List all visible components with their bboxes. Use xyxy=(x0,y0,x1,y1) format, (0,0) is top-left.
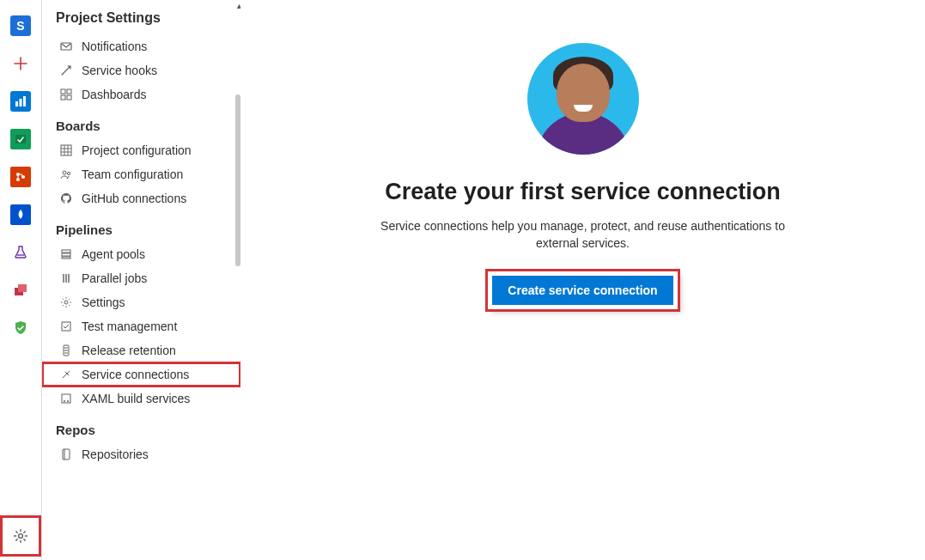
nav-label: XAML build services xyxy=(82,392,190,405)
nav-label: Service connections xyxy=(82,368,189,381)
nav-github-connections[interactable]: GitHub connections xyxy=(42,186,240,210)
dashboard-icon xyxy=(59,88,73,101)
svg-rect-11 xyxy=(61,89,65,94)
create-button-highlight: Create service connection xyxy=(488,271,677,309)
avatar-illustration xyxy=(527,43,639,155)
xaml-icon xyxy=(59,392,73,405)
github-icon xyxy=(59,192,73,205)
rail-boards[interactable] xyxy=(7,125,34,153)
nav-label: Team configuration xyxy=(82,167,183,181)
nav-label: Service hooks xyxy=(82,64,157,77)
section-header-repos: Repos xyxy=(42,411,240,442)
nav-service-connections[interactable]: Service connections xyxy=(42,362,240,387)
sidebar-title: Project Settings xyxy=(42,7,240,34)
svg-rect-15 xyxy=(61,145,71,155)
svg-point-9 xyxy=(19,534,23,539)
pool-icon xyxy=(59,247,73,261)
svg-rect-8 xyxy=(18,284,27,292)
rail-compliance[interactable] xyxy=(7,314,34,342)
nav-label: Dashboards xyxy=(82,88,147,101)
nav-xaml-build-services[interactable]: XAML build services xyxy=(42,387,240,411)
svg-rect-18 xyxy=(62,250,70,253)
svg-point-4 xyxy=(16,173,20,176)
nav-label: Project configuration xyxy=(82,143,192,157)
nav-label: Agent pools xyxy=(82,247,145,261)
svg-rect-24 xyxy=(62,394,70,403)
svg-rect-27 xyxy=(63,449,70,460)
shield-icon xyxy=(10,318,31,338)
nav-test-management[interactable]: Test management xyxy=(42,314,240,338)
nav-service-hooks[interactable]: Service hooks xyxy=(42,58,240,82)
nav-settings[interactable]: Settings xyxy=(42,290,240,314)
parallel-icon xyxy=(59,271,73,285)
nav-label: Parallel jobs xyxy=(82,271,147,285)
nav-repositories[interactable]: Repositories xyxy=(42,442,240,466)
svg-rect-1 xyxy=(20,99,22,107)
rail-test-plans[interactable] xyxy=(7,239,34,266)
svg-rect-13 xyxy=(61,95,65,100)
chart-icon xyxy=(10,91,31,112)
nav-team-configuration[interactable]: Team configuration xyxy=(42,162,240,186)
plus-icon xyxy=(10,53,31,74)
nav-label: Test management xyxy=(82,320,177,333)
rail-artifacts[interactable] xyxy=(7,277,34,304)
nav-dashboards[interactable]: Dashboards xyxy=(42,82,240,107)
gear-small-icon xyxy=(59,295,73,309)
svg-rect-2 xyxy=(23,96,26,107)
svg-rect-20 xyxy=(62,257,70,259)
svg-rect-3 xyxy=(15,135,26,143)
svg-point-16 xyxy=(63,171,66,174)
flask-icon xyxy=(10,242,31,263)
retention-icon xyxy=(59,344,73,357)
nav-label: Settings xyxy=(82,295,125,309)
rail-repos[interactable] xyxy=(7,163,34,191)
nav-notifications[interactable]: Notifications xyxy=(42,34,240,58)
artifact-icon xyxy=(10,280,31,301)
svg-rect-0 xyxy=(15,101,18,107)
nav-agent-pools[interactable]: Agent pools xyxy=(42,242,240,266)
svg-rect-22 xyxy=(62,322,70,331)
rail-add[interactable] xyxy=(7,50,34,77)
main-content: Create your first service connection Ser… xyxy=(240,0,925,560)
svg-rect-14 xyxy=(67,95,71,100)
svg-point-5 xyxy=(16,178,20,181)
nav-parallel-jobs[interactable]: Parallel jobs xyxy=(42,266,240,290)
rail-overview[interactable] xyxy=(7,88,34,115)
gear-icon xyxy=(10,526,31,546)
nav-label: Release retention xyxy=(82,344,176,357)
svg-point-21 xyxy=(64,301,68,304)
left-rail: S xyxy=(0,0,41,560)
rail-logo[interactable]: S xyxy=(7,12,34,40)
svg-rect-12 xyxy=(67,89,71,94)
repos-icon xyxy=(59,447,73,461)
board-icon xyxy=(10,129,31,149)
nav-release-retention[interactable]: Release retention xyxy=(42,338,240,362)
grid-icon xyxy=(59,143,73,157)
plug-icon xyxy=(59,368,73,381)
nav-label: Repositories xyxy=(82,447,149,461)
scrollbar-thumb[interactable] xyxy=(235,94,240,266)
logo-s-icon: S xyxy=(10,15,31,36)
section-header-boards: Boards xyxy=(42,107,240,138)
hook-icon xyxy=(59,64,73,77)
create-service-connection-button[interactable]: Create service connection xyxy=(492,276,672,305)
team-icon xyxy=(59,167,73,181)
repo-icon xyxy=(10,167,31,187)
page-title: Create your first service connection xyxy=(385,179,781,205)
nav-label: Notifications xyxy=(82,40,147,53)
rail-project-settings[interactable] xyxy=(3,519,38,553)
svg-rect-19 xyxy=(62,253,70,256)
settings-sidebar: ▲ Project Settings Notifications Service… xyxy=(41,0,240,560)
nav-project-configuration[interactable]: Project configuration xyxy=(42,138,240,162)
svg-point-17 xyxy=(67,172,70,174)
section-header-pipelines: Pipelines xyxy=(42,210,240,242)
svg-point-25 xyxy=(64,400,65,402)
svg-point-26 xyxy=(67,400,69,402)
notification-icon xyxy=(59,40,73,53)
sidebar-scrollbar[interactable] xyxy=(235,0,240,560)
rocket-icon xyxy=(10,204,31,225)
test-icon xyxy=(59,320,73,333)
page-description: Service connections help you manage, pro… xyxy=(360,217,806,253)
rail-pipelines[interactable] xyxy=(7,201,34,228)
nav-label: GitHub connections xyxy=(82,192,186,205)
